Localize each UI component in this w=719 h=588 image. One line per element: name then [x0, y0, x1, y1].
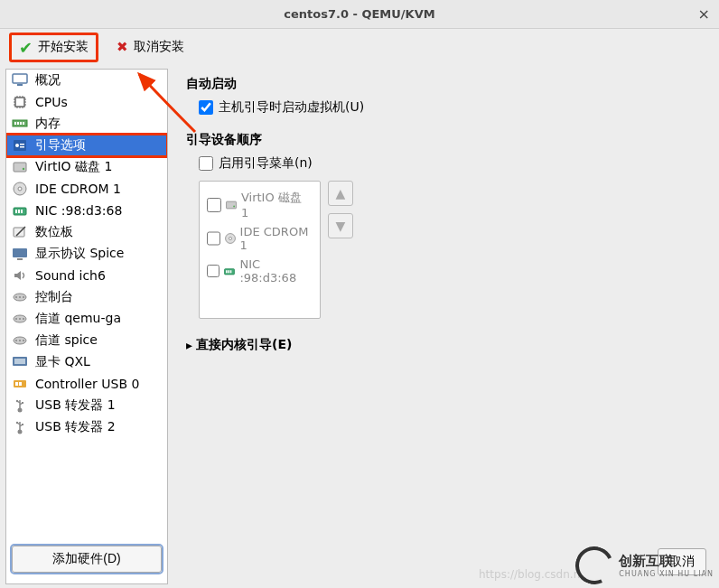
svg-point-41 — [16, 400, 18, 402]
svg-rect-53 — [230, 270, 232, 273]
svg-rect-38 — [15, 382, 18, 386]
watermark: https://blog.csdn.n — [479, 568, 580, 581]
cpu-icon — [12, 94, 28, 110]
bootmenu-label: 启用引导菜单(n) — [219, 155, 313, 172]
svg-point-26 — [23, 296, 24, 298]
svg-rect-21 — [13, 248, 27, 257]
bootmenu-checkbox[interactable] — [199, 156, 213, 171]
window-title: centos7.0 - QEMU/KVM — [284, 7, 434, 21]
sidebar-item-0[interactable]: 概况 — [6, 70, 167, 91]
cdrom-icon — [12, 181, 28, 197]
main-panel: 自动启动 主机引导时启动虚拟机(U) 引导设备顺序 启用引导菜单(n) Virt… — [172, 65, 719, 588]
nic-icon — [223, 265, 236, 277]
serial-icon — [12, 289, 28, 305]
serial-icon — [12, 311, 28, 327]
cancel-install-label: 取消安装 — [134, 39, 184, 55]
sidebar-item-4[interactable]: VirtIO 磁盘 1 — [6, 156, 167, 178]
svg-point-32 — [15, 340, 17, 341]
sidebar-item-label: IDE CDROM 1 — [35, 182, 121, 196]
svg-rect-52 — [229, 270, 230, 273]
sidebar-item-14[interactable]: Controller USB 0 — [6, 373, 167, 395]
sidebar-item-6[interactable]: NIC :98:d3:68 — [6, 200, 167, 221]
direct-kernel-expander[interactable]: ▸ 直接内核引导(E) — [186, 337, 705, 353]
svg-point-34 — [23, 340, 24, 341]
boot-icon — [12, 137, 28, 154]
direct-kernel-label: 直接内核引导(E) — [196, 337, 292, 353]
sidebar-item-5[interactable]: IDE CDROM 1 — [6, 178, 167, 200]
svg-rect-6 — [20, 122, 22, 125]
svg-rect-7 — [23, 122, 24, 125]
svg-point-25 — [19, 296, 21, 298]
sidebar-item-7[interactable]: 数位板 — [6, 221, 167, 243]
sidebar-item-13[interactable]: 显卡 QXL — [6, 351, 167, 373]
sidebar-item-label: 控制台 — [35, 289, 73, 305]
begin-install-button[interactable]: ✔ 开始安装 — [9, 33, 98, 62]
svg-point-24 — [15, 296, 17, 298]
sidebar-item-1[interactable]: CPUs — [6, 91, 167, 113]
boot-device-list[interactable]: VirtIO 磁盘 1IDE CDROM 1NIC :98:d3:68 — [199, 181, 321, 319]
sidebar-item-2[interactable]: 内存 — [6, 113, 167, 135]
svg-rect-45 — [22, 424, 23, 425]
sidebar-item-15[interactable]: USB 转发器 1 — [6, 395, 167, 416]
boot-item-1[interactable]: IDE CDROM 1 — [207, 222, 313, 255]
sidebar: 概况CPUs内存引导选项VirtIO 磁盘 1IDE CDROM 1NIC :9… — [5, 69, 168, 584]
sidebar-item-label: USB 转发器 2 — [35, 419, 116, 435]
svg-point-47 — [233, 205, 235, 207]
tablet-icon — [12, 224, 28, 240]
svg-rect-19 — [21, 210, 23, 213]
bootorder-title: 引导设备顺序 — [186, 132, 705, 148]
move-down-button[interactable]: ▼ — [328, 213, 353, 238]
svg-rect-0 — [13, 74, 27, 83]
sidebar-item-12[interactable]: 信道 spice — [6, 330, 167, 351]
toolbar: ✔ 开始安装 ✖ 取消安装 — [0, 29, 719, 65]
boot-item-checkbox[interactable] — [207, 264, 219, 278]
svg-rect-10 — [20, 144, 24, 145]
svg-point-9 — [15, 144, 19, 147]
svg-rect-36 — [14, 359, 25, 364]
serial-icon — [12, 332, 28, 349]
sidebar-item-label: Controller USB 0 — [35, 377, 139, 391]
svg-rect-42 — [22, 402, 23, 404]
begin-install-label: 开始安装 — [38, 39, 89, 55]
svg-rect-1 — [17, 84, 23, 86]
svg-rect-51 — [227, 270, 229, 273]
usbctrl-icon — [12, 376, 28, 392]
sidebar-item-10[interactable]: 控制台 — [6, 286, 167, 308]
autostart-title: 自动启动 — [186, 76, 705, 92]
sidebar-item-label: Sound ich6 — [35, 268, 106, 283]
boot-item-2[interactable]: NIC :98:d3:68 — [207, 255, 313, 287]
titlebar: centos7.0 - QEMU/KVM × — [0, 0, 719, 29]
sidebar-item-label: USB 转发器 1 — [35, 397, 116, 414]
svg-rect-17 — [15, 210, 17, 213]
move-up-button[interactable]: ▲ — [328, 181, 353, 206]
svg-point-28 — [15, 318, 17, 320]
add-hardware-button[interactable]: 添加硬件(D) — [12, 546, 162, 573]
svg-rect-11 — [20, 146, 24, 148]
usb-icon — [12, 419, 28, 435]
boot-item-checkbox[interactable] — [207, 231, 220, 246]
sidebar-item-16[interactable]: USB 转发器 2 — [6, 416, 167, 438]
cancel-install-button[interactable]: ✖ 取消安装 — [117, 39, 184, 55]
sidebar-item-9[interactable]: Sound ich6 — [6, 265, 167, 286]
sidebar-item-11[interactable]: 信道 qemu-ga — [6, 308, 167, 330]
svg-rect-22 — [17, 258, 23, 260]
close-icon[interactable]: × — [698, 5, 710, 23]
nic-icon — [12, 202, 28, 219]
svg-rect-39 — [19, 382, 22, 386]
boot-item-label: VirtIO 磁盘 1 — [241, 190, 313, 219]
sidebar-item-3[interactable]: 引导选项 — [6, 135, 167, 156]
autostart-checkbox[interactable] — [199, 100, 213, 115]
boot-item-0[interactable]: VirtIO 磁盘 1 — [207, 187, 313, 222]
svg-rect-46 — [227, 201, 237, 209]
svg-rect-12 — [14, 163, 26, 172]
ram-icon — [12, 116, 28, 132]
sidebar-item-label: 数位板 — [35, 224, 73, 240]
sidebar-item-8[interactable]: 显示协议 Spice — [6, 243, 167, 265]
boot-item-checkbox[interactable] — [207, 198, 221, 212]
svg-point-13 — [23, 168, 24, 170]
x-icon: ✖ — [117, 39, 128, 55]
svg-rect-5 — [17, 122, 19, 125]
sidebar-item-label: 概况 — [35, 72, 61, 89]
cdrom-icon — [224, 232, 237, 245]
sidebar-item-label: NIC :98:d3:68 — [35, 203, 122, 218]
